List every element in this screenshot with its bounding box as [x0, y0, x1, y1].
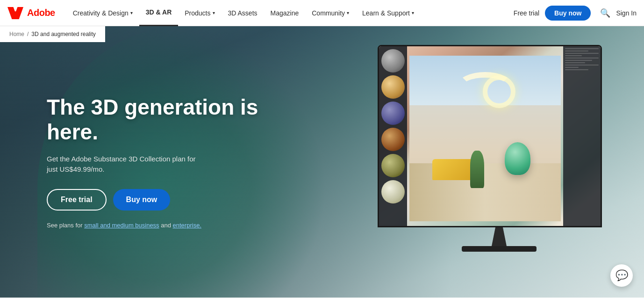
sign-in-link[interactable]: Sign In — [616, 9, 637, 17]
breadcrumb-home-link[interactable]: Home — [9, 31, 24, 37]
nav-item-magazine[interactable]: Magazine — [264, 0, 306, 26]
sphere-3 — [381, 102, 405, 125]
sphere-2 — [381, 75, 405, 99]
chevron-down-icon: ▾ — [130, 10, 133, 15]
panel-line-5 — [565, 58, 599, 58]
sphere-1 — [381, 49, 405, 73]
nav-item-3d-ar[interactable]: 3D & AR — [139, 0, 179, 26]
panel-line-4 — [565, 55, 582, 56]
chevron-down-icon: ▾ — [412, 10, 414, 15]
breadcrumb-current-page: 3D and augmented reality — [31, 31, 95, 37]
monitor-content-area — [409, 56, 561, 221]
nav-item-learn-support[interactable]: Learn & Support ▾ — [356, 0, 421, 26]
monitor-right-panel — [563, 46, 601, 226]
panel-line-9 — [565, 67, 579, 68]
nav-right: Free trial Buy now 🔍 Sign In — [514, 6, 637, 21]
hero-monitor-visual — [378, 45, 621, 260]
sphere-4 — [381, 128, 405, 151]
breadcrumb: Home / 3D and augmented reality — [0, 26, 105, 42]
monitor-stand — [490, 227, 508, 246]
chat-widget-button[interactable]: 💬 — [610, 264, 633, 287]
sphere-6 — [381, 180, 405, 204]
sphere-5 — [381, 154, 405, 177]
hero-smb-link[interactable]: small and medium business — [84, 222, 159, 229]
hero-title: The 3D generation is here. — [47, 95, 290, 145]
nav-items: Creativity & Design ▾ 3D & AR Products ▾… — [66, 0, 514, 26]
hero-buy-now-button[interactable]: Buy now — [113, 189, 171, 211]
monitor-screen-inner — [379, 46, 601, 226]
hero-content: The 3D generation is here. Get the Adobe… — [47, 95, 290, 229]
panel-line-6 — [565, 60, 592, 61]
monitor-left-panel — [379, 46, 407, 226]
hero-enterprise-link[interactable]: enterprise. — [173, 222, 201, 229]
monitor-screen — [378, 45, 602, 227]
adobe-logo-icon — [7, 7, 23, 19]
monitor-base — [462, 246, 537, 252]
panel-line-3 — [565, 53, 599, 54]
hero-plans-text: See plans for small and medium business … — [47, 222, 290, 229]
nav-item-community[interactable]: Community ▾ — [305, 0, 356, 26]
panel-line-8 — [565, 65, 599, 65]
search-icon[interactable]: 🔍 — [600, 8, 610, 18]
panel-line-1 — [565, 48, 599, 49]
panel-line-10 — [565, 69, 588, 70]
hero-section: The 3D generation is here. Get the Adobe… — [0, 26, 644, 298]
chevron-down-icon: ▾ — [347, 10, 349, 15]
hero-free-trial-button[interactable]: Free trial — [47, 189, 107, 211]
panel-line-7 — [565, 62, 585, 63]
panel-line-2 — [565, 51, 588, 51]
nav-item-3d-assets[interactable]: 3D Assets — [222, 0, 264, 26]
nav-buy-now-button[interactable]: Buy now — [545, 6, 591, 21]
adobe-logo[interactable]: Adobe — [7, 7, 55, 19]
hero-buttons: Free trial Buy now — [47, 189, 290, 211]
hero-subtitle: Get the Adobe Substance 3D Collection pl… — [47, 154, 290, 175]
navbar: Adobe Creativity & Design ▾ 3D & AR Prod… — [0, 0, 644, 26]
breadcrumb-separator: / — [27, 31, 29, 37]
chevron-down-icon: ▾ — [213, 10, 215, 15]
nav-free-trial-link[interactable]: Free trial — [514, 9, 539, 17]
chat-icon: 💬 — [615, 269, 628, 282]
nav-item-creativity-design[interactable]: Creativity & Design ▾ — [66, 0, 139, 26]
nav-item-products[interactable]: Products ▾ — [178, 0, 221, 26]
adobe-wordmark: Adobe — [27, 7, 55, 18]
